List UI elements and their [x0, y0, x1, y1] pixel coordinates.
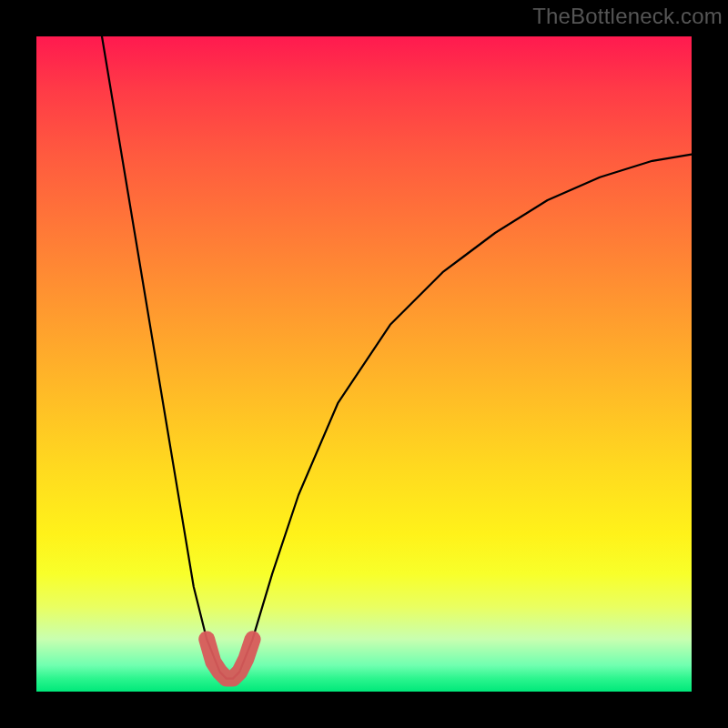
watermark-text: TheBottleneck.com: [532, 4, 723, 29]
chart-overlay: [36, 36, 692, 692]
bottleneck-curve-line: [102, 36, 692, 679]
optimal-zone-highlight-line: [207, 639, 252, 678]
chart-frame: TheBottleneck.com: [0, 0, 728, 728]
